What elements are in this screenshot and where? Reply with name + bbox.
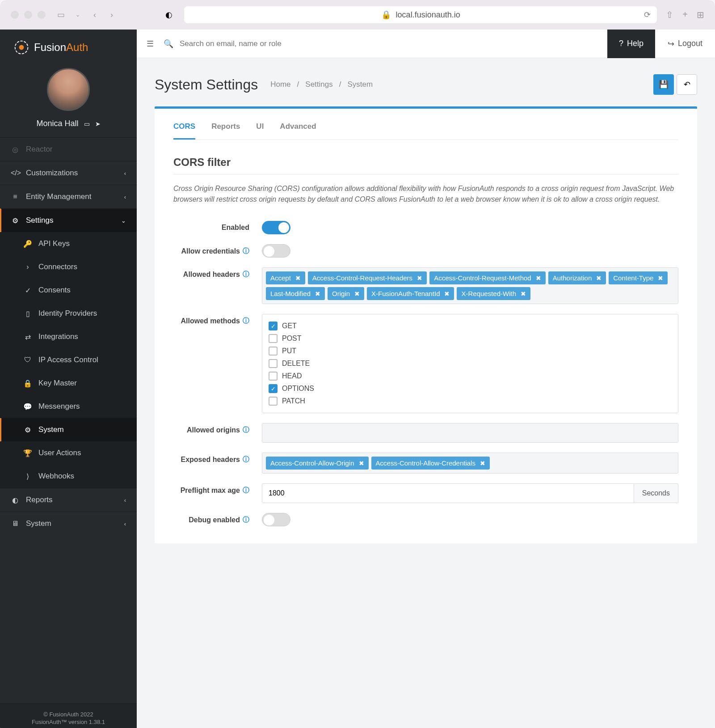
sidebar-item-customizations[interactable]: </>Customizations‹ <box>0 161 137 185</box>
sidebar-item-integrations[interactable]: ⇄Integrations <box>0 325 137 348</box>
section-title: CORS filter <box>173 156 678 174</box>
avatar[interactable] <box>47 68 90 111</box>
info-icon[interactable]: ⓘ <box>243 486 249 495</box>
tab-ui[interactable]: UI <box>256 122 264 140</box>
maximize-window[interactable] <box>38 11 46 19</box>
remove-tag-icon[interactable]: ✖ <box>444 290 450 297</box>
sidebar-item-messengers[interactable]: 💬Messengers <box>0 395 137 418</box>
method-label: OPTIONS <box>282 385 314 393</box>
preflight-unit: Seconds <box>634 483 678 503</box>
address-bar[interactable]: 🔒 local.fusionauth.io ⟳ <box>184 6 657 23</box>
checkbox[interactable] <box>269 334 278 343</box>
back-icon[interactable]: ‹ <box>88 8 101 21</box>
checkbox[interactable] <box>269 359 278 368</box>
close-window[interactable] <box>11 11 19 19</box>
info-icon[interactable]: ⓘ <box>243 516 249 524</box>
crumb-settings[interactable]: Settings <box>305 80 332 89</box>
minimize-window[interactable] <box>24 11 32 19</box>
info-icon[interactable]: ⓘ <box>243 426 249 434</box>
footer: © FusionAuth 2022 FusionAuth™ version 1.… <box>0 703 137 728</box>
settings-panel: CORS Reports UI Advanced CORS filter Cro… <box>155 106 697 543</box>
checkbox[interactable] <box>269 372 278 381</box>
method-label: PATCH <box>282 397 305 405</box>
checkbox[interactable] <box>269 397 278 406</box>
sidebar-item-consents[interactable]: ✓Consents <box>0 279 137 302</box>
search-input[interactable] <box>180 39 607 48</box>
tag-label: Access-Control-Request-Method <box>434 274 531 282</box>
remove-tag-icon[interactable]: ✖ <box>295 275 301 282</box>
tab-reports[interactable]: Reports <box>211 122 240 140</box>
remove-tag-icon[interactable]: ✖ <box>315 290 320 297</box>
new-tab-icon[interactable]: + <box>682 9 688 20</box>
reload-icon[interactable]: ⟳ <box>644 10 651 20</box>
label-allowed-headers: Allowed headers <box>183 271 240 279</box>
remove-tag-icon[interactable]: ✖ <box>536 275 541 282</box>
sidebar-item-key-master[interactable]: 🔒Key Master <box>0 372 137 395</box>
location-icon[interactable]: ➤ <box>95 120 101 127</box>
sidebar-item-system[interactable]: ⚙System <box>0 418 137 441</box>
sidebar-item-reports[interactable]: ◐Reports‹ <box>0 488 137 512</box>
share-icon[interactable]: ⇧ <box>666 9 673 20</box>
save-button[interactable]: 💾 <box>653 74 674 95</box>
logout-icon: ↪ <box>668 39 674 49</box>
page-title: System Settings <box>155 76 258 93</box>
sidebar-item-ip-access[interactable]: 🛡IP Access Control <box>0 348 137 372</box>
sidebar-item-entity-mgmt[interactable]: ≡Entity Management‹ <box>0 185 137 208</box>
remove-tag-icon[interactable]: ✖ <box>596 275 601 282</box>
checkbox[interactable]: ✓ <box>269 322 278 330</box>
svg-point-1 <box>19 45 24 50</box>
remove-tag-icon[interactable]: ✖ <box>417 275 422 282</box>
tab-advanced[interactable]: Advanced <box>280 122 316 140</box>
remove-tag-icon[interactable]: ✖ <box>359 460 364 467</box>
allowed-headers-input[interactable]: Accept✖Access-Control-Request-Headers✖Ac… <box>262 267 678 304</box>
username: Monica Hall <box>36 119 78 128</box>
copyright: © FusionAuth 2022 <box>4 711 132 718</box>
info-icon[interactable]: ⓘ <box>243 455 249 464</box>
chevron-left-icon: ‹ <box>124 194 126 200</box>
tag: X-FusionAuth-TenantId✖ <box>367 287 454 300</box>
sidebar-item-connectors[interactable]: ›Connectors <box>0 255 137 279</box>
method-row: DELETE <box>269 357 672 370</box>
sidebar-item-api-keys[interactable]: 🔑API Keys <box>0 232 137 255</box>
dropdown-icon[interactable]: ⌄ <box>72 8 84 21</box>
sidebar-item-identity-providers[interactable]: ▯Identity Providers <box>0 302 137 325</box>
exposed-headers-input[interactable]: Access-Control-Allow-Origin✖Access-Contr… <box>262 453 678 474</box>
sidebar-item-reactor[interactable]: ◎Reactor <box>0 137 137 161</box>
tab-cors[interactable]: CORS <box>173 122 195 140</box>
search-icon[interactable]: 🔍 <box>164 39 173 49</box>
crumb-home[interactable]: Home <box>270 80 290 89</box>
sidebar-item-system2[interactable]: 🖥System‹ <box>0 512 137 535</box>
tag: Content-Type✖ <box>609 271 668 284</box>
menu-icon[interactable]: ☰ <box>147 39 154 49</box>
checkbox[interactable]: ✓ <box>269 384 278 393</box>
profile-icon[interactable]: ▭ <box>84 120 90 127</box>
rss-icon: ⟩ <box>23 472 32 481</box>
sidebar-item-webhooks[interactable]: ⟩Webhooks <box>0 465 137 488</box>
sidebar-item-user-actions[interactable]: 🏆User Actions <box>0 441 137 465</box>
tabs-icon[interactable]: ⊞ <box>697 9 704 20</box>
sidebar-item-settings[interactable]: ⚙Settings⌄ <box>0 208 137 232</box>
checkbox[interactable] <box>269 347 278 356</box>
logout-button[interactable]: ↪Logout <box>655 39 715 49</box>
info-icon[interactable]: ⓘ <box>243 247 249 255</box>
remove-tag-icon[interactable]: ✖ <box>354 290 360 297</box>
info-icon[interactable]: ⓘ <box>243 270 249 279</box>
remove-tag-icon[interactable]: ✖ <box>480 460 485 467</box>
help-button[interactable]: ?Help <box>607 30 655 58</box>
cancel-button[interactable]: ↶ <box>677 74 697 95</box>
tag: Access-Control-Request-Method✖ <box>429 271 546 284</box>
info-icon[interactable]: ⓘ <box>243 317 249 325</box>
allowed-origins-input[interactable] <box>262 423 678 443</box>
shield-icon[interactable]: ◐ <box>163 8 175 21</box>
sidebar-toggle-icon[interactable]: ▭ <box>55 8 67 21</box>
toggle-debug[interactable] <box>262 513 290 526</box>
toggle-allow-credentials[interactable] <box>262 244 290 258</box>
remove-tag-icon[interactable]: ✖ <box>658 275 663 282</box>
remove-tag-icon[interactable]: ✖ <box>521 290 526 297</box>
exchange-icon: ⇄ <box>23 333 32 341</box>
preflight-input[interactable] <box>262 483 634 503</box>
logo[interactable]: FusionAuth <box>0 30 137 63</box>
logo-text: FusionAuth <box>34 41 88 54</box>
toggle-enabled[interactable] <box>262 221 290 234</box>
forward-icon[interactable]: › <box>105 8 118 21</box>
